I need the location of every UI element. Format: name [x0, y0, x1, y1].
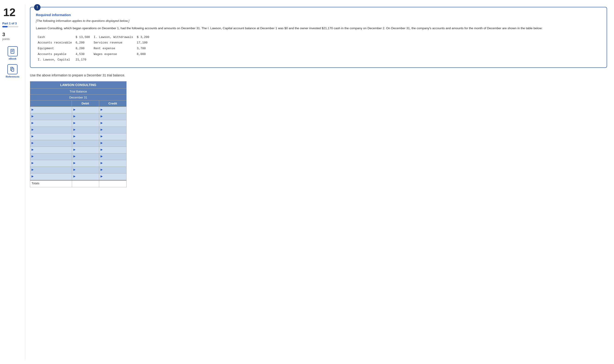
cell-credit[interactable]: ▶ — [99, 140, 126, 147]
info-box: ! Required information [The following in… — [30, 7, 607, 68]
cell-account[interactable]: ▶ — [30, 127, 72, 133]
cell-credit[interactable]: ▶ — [99, 173, 126, 180]
tb-col-debit-header: Debit — [72, 101, 99, 106]
cell-credit[interactable]: ▶ — [99, 133, 126, 140]
table-row: ▶ ▶ ▶ — [30, 140, 126, 147]
cell-credit[interactable]: ▶ — [99, 120, 126, 127]
page-container: 12 Part 1 of 3 3 points eBook — [0, 0, 614, 364]
cell-debit[interactable]: ▶ — [72, 167, 99, 173]
account-row: Accounts payable 4,530 Wages expense 8,0… — [36, 52, 151, 57]
info-box-heading: Required information — [36, 13, 601, 17]
main-content: ! Required information [The following in… — [25, 5, 614, 359]
tb-col-headers: Debit Credit — [30, 101, 126, 107]
references-icon — [7, 64, 17, 74]
tb-title: Trial Balance — [30, 89, 126, 95]
account-name2 — [92, 57, 135, 63]
info-icon: ! — [34, 4, 40, 11]
table-row: ▶ ▶ ▶ — [30, 113, 126, 120]
table-row: ▶ ▶ ▶ — [30, 133, 126, 140]
account-row: Equipment 8,200 Rent expense 3,700 — [36, 46, 151, 52]
cell-account[interactable]: ▶ — [30, 147, 72, 153]
table-row: ▶ ▶ ▶ — [30, 173, 126, 180]
account-row: Accounts receivable 6,200 Services reven… — [36, 40, 151, 46]
ebook-label: eBook — [9, 57, 17, 60]
account-amount: 4,530 — [74, 52, 91, 57]
account-amount2: 3,700 — [135, 46, 151, 52]
tb-col-account-header — [30, 101, 72, 106]
account-amount2: 8,000 — [135, 52, 151, 57]
trial-balance-table: LAWSON CONSULTING Trial Balance December… — [30, 81, 127, 187]
cell-debit[interactable]: ▶ — [72, 133, 99, 140]
ebook-button[interactable]: eBook — [8, 46, 18, 60]
cell-account[interactable]: ▶ — [30, 140, 72, 147]
cell-account[interactable]: ▶ — [30, 154, 72, 160]
totals-label: Totals — [30, 181, 72, 187]
cell-credit[interactable]: ▶ — [99, 147, 126, 153]
table-row: ▶ ▶ ▶ — [30, 167, 126, 173]
table-row: ▶ ▶ ▶ — [30, 127, 126, 133]
cell-debit[interactable]: ▶ — [72, 127, 99, 133]
account-amount: 21,170 — [74, 57, 91, 63]
cell-credit[interactable]: ▶ — [99, 113, 126, 120]
account-name2: Services revenue — [92, 40, 135, 46]
progress-bar — [2, 26, 18, 27]
cell-debit[interactable]: ▶ — [72, 120, 99, 127]
table-row: ▶ ▶ ▶ — [30, 107, 126, 113]
cell-account[interactable]: ▶ — [30, 167, 72, 173]
accounts-grid: Cash $ 13,500 I. Lawson, Withdrawals $ 3… — [36, 35, 601, 63]
tb-col-credit-header: Credit — [99, 101, 126, 106]
points-value: 3 — [0, 32, 5, 38]
totals-debit[interactable] — [72, 181, 99, 187]
question-number: 12 — [0, 7, 15, 18]
progress-bar-fill — [2, 26, 8, 27]
account-amount2: 17,100 — [135, 40, 151, 46]
cell-debit[interactable]: ▶ — [72, 173, 99, 180]
totals-credit[interactable] — [99, 181, 126, 187]
account-name2: I. Lawson, Withdrawals — [92, 35, 135, 40]
cell-credit[interactable]: ▶ — [99, 160, 126, 167]
cell-credit[interactable]: ▶ — [99, 167, 126, 173]
cell-account[interactable]: ▶ — [30, 173, 72, 180]
references-label: References — [6, 75, 19, 78]
cell-account[interactable]: ▶ — [30, 133, 72, 140]
account-name2: Rent expense — [92, 46, 135, 52]
account-amount2 — [135, 57, 151, 63]
cell-debit[interactable]: ▶ — [72, 107, 99, 113]
tb-date: December 31 — [30, 95, 126, 101]
cell-debit[interactable]: ▶ — [72, 140, 99, 147]
account-name: Cash — [36, 35, 74, 40]
cell-account[interactable]: ▶ — [30, 160, 72, 167]
cell-debit[interactable]: ▶ — [72, 147, 99, 153]
cell-debit[interactable]: ▶ — [72, 113, 99, 120]
cell-credit[interactable]: ▶ — [99, 154, 126, 160]
table-row: ▶ ▶ ▶ — [30, 120, 126, 127]
cell-credit[interactable]: ▶ — [99, 127, 126, 133]
account-amount: 6,200 — [74, 40, 91, 46]
info-body-text: Lawson Consulting, which began operation… — [36, 26, 601, 31]
cell-debit[interactable]: ▶ — [72, 160, 99, 167]
ebook-icon — [8, 46, 18, 56]
cell-account[interactable]: ▶ — [30, 120, 72, 127]
account-name: Accounts receivable — [36, 40, 74, 46]
table-row: ▶ ▶ ▶ — [30, 154, 126, 160]
account-amount: $ 13,500 — [74, 35, 91, 40]
account-row: Cash $ 13,500 I. Lawson, Withdrawals $ 3… — [36, 35, 151, 40]
instructions-text: Use the above information to prepare a D… — [30, 73, 607, 77]
accounts-table: Cash $ 13,500 I. Lawson, Withdrawals $ 3… — [36, 35, 151, 63]
cell-account[interactable]: ▶ — [30, 113, 72, 120]
account-amount2: $ 3,200 — [135, 35, 151, 40]
sidebar: 12 Part 1 of 3 3 points eBook — [0, 5, 25, 359]
cell-credit[interactable]: ▶ — [99, 107, 126, 113]
account-row: I. Lawson, Capital 21,170 — [36, 57, 151, 63]
part-of-label: Part 1 of 3 — [0, 22, 17, 25]
svg-rect-0 — [11, 49, 14, 53]
table-row: ▶ ▶ ▶ — [30, 160, 126, 167]
references-button[interactable]: References — [6, 64, 19, 78]
cell-account[interactable]: ▶ — [30, 107, 72, 113]
totals-row: Totals — [30, 180, 126, 187]
account-amount: 8,200 — [74, 46, 91, 52]
account-name: I. Lawson, Capital — [36, 57, 74, 63]
tb-company-name: LAWSON CONSULTING — [30, 81, 126, 89]
account-name2: Wages expense — [92, 52, 135, 57]
cell-debit[interactable]: ▶ — [72, 154, 99, 160]
